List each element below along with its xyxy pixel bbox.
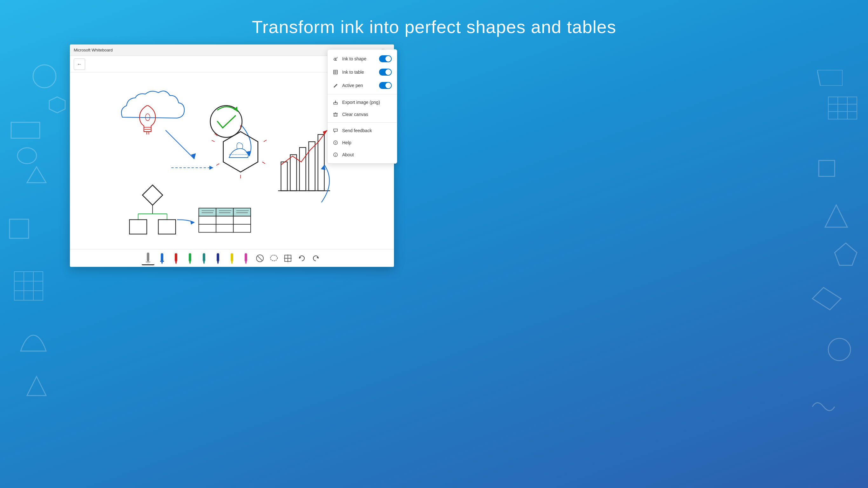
svg-marker-30 xyxy=(209,165,213,170)
pen-yellow-tool[interactable] xyxy=(225,251,238,265)
svg-rect-42 xyxy=(309,142,315,191)
svg-marker-86 xyxy=(231,262,233,264)
help-label: Help xyxy=(342,140,392,145)
svg-rect-3 xyxy=(9,219,29,238)
ink-to-shape-icon xyxy=(333,56,338,62)
send-feedback-label: Send feedback xyxy=(342,128,392,133)
clear-canvas-icon xyxy=(333,112,338,117)
svg-rect-39 xyxy=(281,162,287,191)
svg-rect-40 xyxy=(290,155,297,191)
svg-rect-1 xyxy=(11,122,40,138)
pen-teal-tool[interactable] xyxy=(197,251,210,265)
about-icon: i xyxy=(333,152,338,158)
ink-to-table-icon xyxy=(333,69,338,75)
svg-rect-79 xyxy=(189,253,191,262)
active-pen-toggle[interactable] xyxy=(379,82,392,89)
svg-point-0 xyxy=(33,65,56,88)
svg-line-90 xyxy=(257,256,262,261)
menu-divider-2 xyxy=(328,122,397,123)
svg-marker-95 xyxy=(299,257,301,258)
svg-rect-41 xyxy=(300,147,306,191)
svg-marker-2 xyxy=(27,167,46,183)
pen-blue-tool[interactable] xyxy=(156,251,168,265)
active-pen-label: Active pen xyxy=(342,83,375,88)
svg-line-36 xyxy=(262,162,265,163)
export-image-label: Export image (png) xyxy=(342,100,392,105)
svg-rect-62 xyxy=(216,224,234,232)
svg-rect-83 xyxy=(217,253,219,262)
svg-marker-17 xyxy=(825,205,847,227)
svg-line-32 xyxy=(212,140,214,142)
shapes-tool[interactable] xyxy=(281,251,294,265)
svg-marker-54 xyxy=(190,220,194,224)
svg-rect-76 xyxy=(160,261,164,262)
svg-rect-43 xyxy=(318,134,324,191)
svg-rect-63 xyxy=(234,224,251,232)
back-icon: ← xyxy=(77,61,82,67)
pen-red-tool[interactable] xyxy=(170,251,182,265)
svg-marker-96 xyxy=(316,257,318,258)
svg-text:?: ? xyxy=(335,142,337,145)
svg-marker-20 xyxy=(49,97,65,113)
svg-rect-55 xyxy=(199,208,216,216)
svg-rect-51 xyxy=(129,219,147,234)
menu-item-active-pen[interactable]: Active pen xyxy=(328,79,397,92)
svg-rect-97 xyxy=(334,70,337,74)
feedback-icon xyxy=(333,128,338,133)
ink-to-table-toggle[interactable] xyxy=(379,69,392,75)
svg-line-35 xyxy=(264,140,267,142)
pen-white-tool[interactable] xyxy=(142,251,154,265)
svg-rect-16 xyxy=(819,160,835,176)
svg-marker-31 xyxy=(223,131,258,172)
eraser-tool[interactable] xyxy=(253,251,266,265)
active-pen-icon xyxy=(333,83,338,88)
pen-navy-tool[interactable] xyxy=(212,251,224,265)
svg-rect-58 xyxy=(199,216,216,224)
svg-text:i: i xyxy=(335,153,336,157)
svg-rect-52 xyxy=(158,219,176,234)
page-title: Transform ink into perfect shapes and ta… xyxy=(0,17,868,37)
svg-marker-80 xyxy=(189,262,191,264)
redo-button[interactable] xyxy=(309,251,322,265)
lasso-tool[interactable] xyxy=(268,251,280,265)
svg-marker-75 xyxy=(161,262,163,264)
svg-point-23 xyxy=(145,114,150,121)
svg-rect-57 xyxy=(234,208,251,216)
clear-canvas-label: Clear canvas xyxy=(342,112,392,117)
ink-to-table-label: Ink to table xyxy=(342,69,375,75)
svg-rect-85 xyxy=(231,253,233,262)
menu-item-ink-to-shape[interactable]: Ink to shape xyxy=(328,52,397,65)
svg-rect-77 xyxy=(175,253,177,262)
svg-rect-56 xyxy=(216,208,234,216)
pen-pink-tool[interactable] xyxy=(240,251,252,265)
svg-rect-104 xyxy=(334,114,337,116)
svg-marker-88 xyxy=(245,262,247,264)
svg-marker-82 xyxy=(203,262,205,264)
svg-point-19 xyxy=(828,338,850,361)
menu-item-clear-canvas[interactable]: Clear canvas xyxy=(328,108,397,120)
menu-item-send-feedback[interactable]: Send feedback xyxy=(328,125,397,136)
menu-item-about[interactable]: i About xyxy=(328,149,397,161)
menu-item-help[interactable]: ? Help xyxy=(328,136,397,149)
export-icon xyxy=(333,99,338,105)
undo-button[interactable] xyxy=(296,251,308,265)
back-button[interactable]: ← xyxy=(74,58,85,70)
menu-item-export-image[interactable]: Export image (png) xyxy=(328,96,397,108)
menu-item-ink-to-table[interactable]: Ink to table xyxy=(328,65,397,79)
svg-marker-78 xyxy=(175,262,177,264)
menu-divider-1 xyxy=(328,94,397,94)
about-label: About xyxy=(342,152,392,157)
svg-marker-18 xyxy=(835,243,857,265)
svg-rect-4 xyxy=(14,272,43,300)
svg-marker-10 xyxy=(817,70,843,86)
svg-rect-61 xyxy=(199,224,216,232)
ink-to-shape-label: Ink to shape xyxy=(342,56,375,61)
pen-green-tool[interactable] xyxy=(184,251,196,265)
svg-rect-11 xyxy=(828,97,857,119)
svg-point-91 xyxy=(270,255,277,261)
svg-rect-74 xyxy=(161,253,163,262)
toolbar-bottom xyxy=(70,249,394,267)
ink-to-shape-toggle[interactable] xyxy=(379,55,392,62)
svg-rect-87 xyxy=(245,253,247,262)
svg-rect-81 xyxy=(203,253,205,262)
